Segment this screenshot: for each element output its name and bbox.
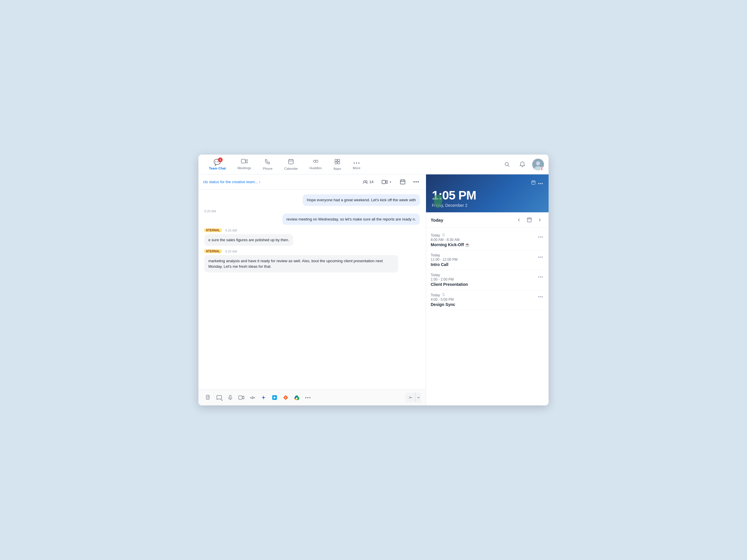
- event-recur-icon-4: [442, 293, 445, 297]
- google-drive-btn[interactable]: [292, 393, 302, 402]
- zoom-clips-btn[interactable]: [269, 393, 280, 402]
- event-menu-1[interactable]: [537, 233, 544, 239]
- code-btn[interactable]: </>: [248, 393, 257, 402]
- send-dropdown-btn[interactable]: [415, 393, 421, 402]
- svg-point-45: [540, 183, 541, 184]
- svg-rect-10: [338, 162, 340, 164]
- attach-file-btn[interactable]: [203, 393, 213, 402]
- svg-point-39: [309, 397, 310, 398]
- calendar-more-btn[interactable]: [538, 180, 543, 186]
- more-icon: [354, 159, 360, 165]
- calendar-nav: Today: [426, 212, 548, 228]
- svg-point-44: [538, 183, 539, 184]
- chat-status-link[interactable]: cts status for the creative team... ›: [203, 180, 260, 184]
- huddles-icon: [312, 159, 319, 165]
- chat-panel: cts status for the creative team... › 14: [199, 175, 426, 405]
- event-info-3: Today 1:00 - 2:00 PM Client Presentation: [431, 273, 535, 287]
- calendar-header-actions: [432, 180, 543, 186]
- tab-more[interactable]: More: [347, 156, 366, 173]
- tab-huddles[interactable]: Huddles: [304, 156, 328, 173]
- team-chat-badge: 1: [218, 158, 223, 162]
- svg-point-60: [538, 296, 539, 297]
- message-bubble-2: review meeting on Wednesday, so let's ma…: [282, 213, 420, 225]
- svg-point-20: [365, 181, 367, 182]
- whiteboard-btn[interactable]: [214, 393, 224, 402]
- members-count: 14: [369, 180, 374, 184]
- event-menu-4[interactable]: [537, 293, 544, 299]
- more-options-btn[interactable]: [411, 180, 421, 184]
- event-info-4: Today 4:00 - 5:00 PM Design Sync: [431, 293, 535, 307]
- tab-apps[interactable]: Apps: [328, 156, 347, 173]
- event-title-2: Intro Call: [431, 262, 535, 267]
- message-row: NTERNAL 9:20 AM e sure the sales figures…: [204, 229, 420, 246]
- svg-point-26: [413, 181, 415, 183]
- svg-point-14: [505, 162, 508, 166]
- calendar-time: 1:05 PM: [432, 188, 543, 203]
- svg-point-13: [358, 162, 360, 164]
- tab-team-chat[interactable]: 💬 1 Team Chat: [203, 156, 232, 173]
- message-meta-3: NTERNAL 9:20 AM: [204, 229, 420, 233]
- calendar-prev-btn[interactable]: [515, 216, 523, 224]
- event-title-1: Morning Kick-Off ☕: [431, 242, 535, 247]
- event-item-2[interactable]: Today 11:00 - 12:00 PM Intro Call: [426, 250, 548, 270]
- event-menu-2[interactable]: [537, 253, 544, 260]
- tab-apps-label: Apps: [334, 167, 341, 170]
- chat-status-text: cts status for the creative team... ›: [203, 180, 357, 184]
- event-time-1: 8:00 AM - 8:30 AM: [431, 238, 535, 242]
- tab-phone[interactable]: Phone: [257, 156, 278, 173]
- svg-point-27: [415, 181, 417, 183]
- event-title-3: Client Presentation: [431, 282, 535, 287]
- calendar-grid-btn[interactable]: [525, 216, 534, 224]
- svg-rect-18: [541, 168, 542, 169]
- message-row: NTERNAL 9:20 AM marketing analysis and h…: [204, 249, 420, 272]
- calendar-date: Friday, December 2: [432, 203, 543, 208]
- tab-meetings[interactable]: Meetings: [232, 156, 257, 173]
- svg-rect-22: [400, 180, 405, 184]
- message-time-2: 9:20 AM: [204, 209, 420, 213]
- app-window: 💬 1 Team Chat Meetings: [199, 155, 548, 405]
- event-time-2: 11:00 - 12:00 PM: [431, 258, 535, 262]
- avatar-status-indicator: [540, 167, 544, 170]
- notification-btn[interactable]: [517, 159, 527, 170]
- phone-icon: [265, 159, 271, 166]
- chat-header: cts status for the creative team... › 14: [199, 175, 426, 190]
- svg-point-46: [542, 183, 543, 184]
- members-btn[interactable]: 14: [360, 178, 376, 186]
- calendar-header-btn[interactable]: [398, 178, 408, 186]
- events-list: Today 8:00 AM - 8:30 AM Morning Kick-Off…: [426, 228, 548, 405]
- event-title-4: Design Sync: [431, 302, 535, 307]
- event-day-1: Today: [431, 233, 440, 237]
- video-call-btn[interactable]: [379, 179, 394, 186]
- zapier-btn[interactable]: [281, 393, 291, 402]
- event-item-1[interactable]: Today 8:00 AM - 8:30 AM Morning Kick-Off…: [426, 230, 548, 250]
- message-time-3: 9:20 AM: [225, 229, 237, 232]
- send-btn-group: [405, 393, 421, 402]
- tab-phone-label: Phone: [263, 167, 273, 170]
- calendar-settings-btn[interactable]: [531, 180, 536, 186]
- svg-point-19: [364, 181, 365, 182]
- svg-point-6: [316, 160, 318, 162]
- svg-rect-30: [217, 396, 222, 399]
- leaf-decoration: [431, 192, 445, 212]
- event-item-4[interactable]: Today 4:00 - 5:00 PM Design Sync: [426, 290, 548, 310]
- video-btn[interactable]: [236, 393, 246, 402]
- event-day-3: Today: [431, 273, 440, 277]
- mic-btn[interactable]: [225, 393, 235, 402]
- search-btn[interactable]: [502, 159, 512, 170]
- top-nav: 💬 1 Team Chat Meetings: [199, 155, 548, 175]
- event-item-3[interactable]: Today 1:00 - 2:00 PM Client Presentation: [426, 270, 548, 290]
- user-avatar[interactable]: [532, 159, 544, 170]
- event-menu-3[interactable]: [537, 273, 544, 279]
- ai-btn[interactable]: [259, 393, 268, 402]
- svg-point-52: [540, 237, 541, 238]
- calendar-next-btn[interactable]: [536, 216, 544, 224]
- tab-calendar[interactable]: Calendar: [278, 156, 304, 173]
- svg-point-55: [540, 257, 541, 258]
- send-button[interactable]: [405, 393, 415, 402]
- event-day-row-2: Today: [431, 253, 535, 257]
- meetings-icon: [241, 159, 248, 165]
- svg-point-56: [542, 257, 543, 258]
- event-day-4: Today: [431, 293, 440, 297]
- more-tools-btn[interactable]: [303, 393, 313, 402]
- svg-point-57: [538, 276, 539, 278]
